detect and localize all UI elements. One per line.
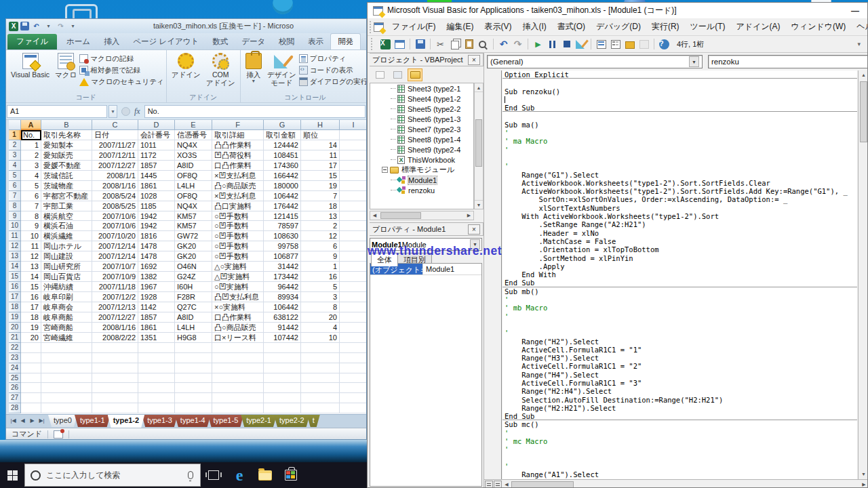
grid-cell[interactable]: 岐阜商船: [41, 312, 92, 323]
grid-cell[interactable]: 12: [21, 251, 41, 262]
grid-cell[interactable]: 106442: [264, 302, 301, 312]
sheet-tab-type1-5[interactable]: type1-5: [208, 415, 244, 427]
grid-cell[interactable]: ○凹手数料: [212, 251, 264, 262]
menu-編集(E)[interactable]: 編集(E): [441, 18, 479, 35]
stop-button[interactable]: [561, 39, 572, 50]
grid-cell[interactable]: 7: [301, 191, 340, 201]
grid-cell[interactable]: 凸凹支払利息: [212, 292, 264, 302]
properties-window-button[interactable]: [610, 39, 621, 50]
row-header[interactable]: 17: [9, 292, 21, 302]
grid-cell[interactable]: [212, 403, 264, 413]
menu-デバッグ(D)[interactable]: デバッグ(D): [591, 18, 646, 35]
grid-cell[interactable]: 20: [301, 312, 340, 323]
grid-cell[interactable]: 13: [21, 262, 41, 272]
grid-cell[interactable]: 17: [301, 161, 340, 171]
grid-cell[interactable]: 1185: [138, 201, 175, 211]
grid-cell[interactable]: [138, 403, 175, 413]
ribbon-button[interactable]: コードの表示: [299, 64, 366, 76]
ribbon-tab[interactable]: 校閲: [272, 34, 301, 49]
row-header[interactable]: 8: [9, 201, 21, 211]
grid-cell[interactable]: [21, 343, 41, 353]
menu-表示(V)[interactable]: 表示(V): [479, 18, 517, 35]
grid-cell[interactable]: ×○実施料: [212, 302, 264, 312]
grid-cell[interactable]: 18: [301, 201, 340, 211]
grid-cell[interactable]: 順位: [301, 130, 340, 140]
grid-cell[interactable]: 91442: [264, 323, 301, 333]
tree-item[interactable]: Sheet9 (type2-4: [370, 144, 473, 155]
row-header[interactable]: 18: [9, 302, 21, 312]
grid-cell[interactable]: 宇部工業: [41, 201, 92, 211]
column-header[interactable]: D: [138, 120, 175, 130]
menu-挿入(I)[interactable]: 挿入(I): [517, 18, 551, 35]
grid-cell[interactable]: ○凹実施料: [212, 282, 264, 292]
insert-userform-button[interactable]: [394, 39, 406, 50]
grid-cell[interactable]: 2: [301, 221, 340, 231]
ribbon-tab[interactable]: アド: [361, 34, 367, 49]
grid-cell[interactable]: 1942: [138, 211, 175, 222]
design-mode-button[interactable]: [575, 39, 587, 50]
grid-cell[interactable]: 2007/12/14: [92, 251, 138, 262]
project-horizontal-scrollbar[interactable]: ◀ ▶: [370, 211, 474, 220]
grid-cell[interactable]: GK20: [175, 251, 212, 262]
grid-cell[interactable]: [21, 353, 41, 363]
grid-cell[interactable]: 1928: [138, 292, 175, 302]
grid-cell[interactable]: 108451: [264, 150, 301, 161]
macro-record-icon[interactable]: [54, 430, 63, 439]
grid-cell[interactable]: [340, 292, 367, 302]
row-header[interactable]: 6: [9, 181, 21, 191]
row-header[interactable]: 21: [9, 333, 21, 343]
pause-button[interactable]: [547, 39, 558, 50]
grid-cell[interactable]: 2007/11/27: [92, 140, 138, 150]
project-tree[interactable]: Sheet3 (type2-1Sheet4 (type1-2Sheet5 (ty…: [370, 83, 474, 209]
grid-cell[interactable]: 2007/12/27: [92, 312, 138, 323]
column-header[interactable]: E: [175, 120, 212, 130]
grid-cell[interactable]: 口凸作業料: [212, 161, 264, 171]
undo-button[interactable]: ↶: [498, 39, 509, 50]
grid-cell[interactable]: [92, 373, 138, 384]
grid-cell[interactable]: [175, 363, 212, 373]
grid-cell[interactable]: 5: [301, 282, 340, 292]
grid-cell[interactable]: [340, 161, 367, 171]
grid-cell[interactable]: 茨城信託: [41, 171, 92, 181]
grid-cell[interactable]: 106442: [264, 191, 301, 201]
grid-cell[interactable]: 15: [21, 282, 41, 292]
view-code-button[interactable]: [372, 68, 387, 81]
grid-cell[interactable]: 2007/12/11: [92, 150, 138, 161]
grid-cell[interactable]: 1478: [138, 241, 175, 251]
grid-cell[interactable]: 茨城物産: [41, 181, 92, 191]
grid-cell[interactable]: 口凸作業料: [212, 312, 264, 323]
save-icon[interactable]: [20, 22, 29, 30]
grid-cell[interactable]: 1857: [138, 161, 175, 171]
grid-cell[interactable]: 89934: [264, 292, 301, 302]
grid-cell[interactable]: 1351: [138, 333, 175, 343]
grid-cell[interactable]: 4: [21, 171, 41, 181]
grid-cell[interactable]: 取引先名称: [41, 130, 92, 140]
row-header[interactable]: 10: [9, 221, 21, 231]
grid-cell[interactable]: 78597: [264, 221, 301, 231]
help-button[interactable]: ?: [658, 39, 670, 50]
grid-cell[interactable]: Q27C: [175, 302, 212, 312]
grid-cell[interactable]: A8ID: [175, 161, 212, 171]
grid-cell[interactable]: [21, 363, 41, 373]
scroll-down-icon[interactable]: ▼: [859, 470, 868, 479]
sheet-tab-type1-3[interactable]: type1-3: [142, 415, 178, 427]
grid-cell[interactable]: [92, 393, 138, 403]
row-header[interactable]: 14: [9, 262, 21, 272]
grid-cell[interactable]: 2008/2/22: [92, 333, 138, 343]
grid-cell[interactable]: [41, 373, 92, 384]
scroll-left-icon[interactable]: ◀: [370, 213, 379, 218]
grid-cell[interactable]: [340, 343, 367, 353]
row-header[interactable]: 26: [9, 383, 21, 393]
ribbon-button[interactable]: マクロ: [52, 52, 79, 80]
grid-cell[interactable]: [138, 363, 175, 373]
grid-cell[interactable]: 2008/5/25: [92, 201, 138, 211]
grid-cell[interactable]: OF8Q: [175, 191, 212, 201]
grid-cell[interactable]: 180000: [264, 181, 301, 191]
menu-ヘルプ(H)[interactable]: ヘルプ(H): [851, 18, 868, 35]
grid-cell[interactable]: 121415: [264, 211, 301, 222]
grid-cell[interactable]: GK20: [175, 241, 212, 251]
grid-cell[interactable]: 凸凸作業料: [212, 140, 264, 150]
grid-cell[interactable]: 31442: [264, 262, 301, 272]
grid-cell[interactable]: 3: [301, 292, 340, 302]
grid-cell[interactable]: [301, 373, 340, 384]
